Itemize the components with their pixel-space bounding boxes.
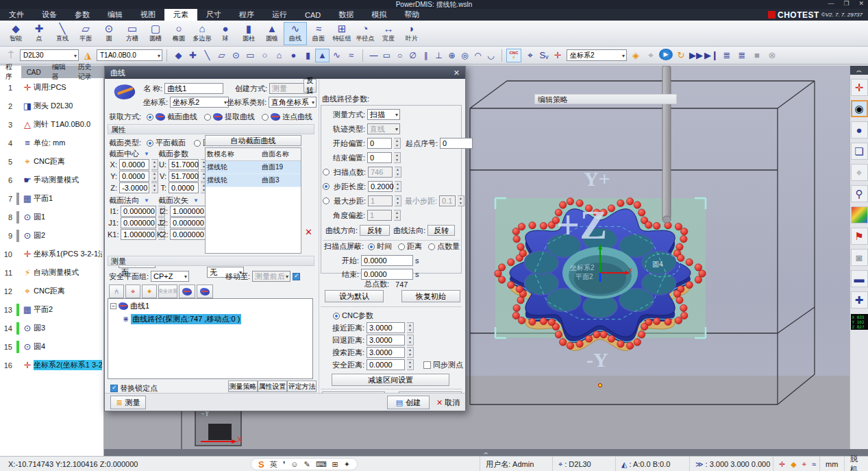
view-tool-icon[interactable]: ◉ [851,100,868,117]
tray-icon[interactable]: ⌨ [316,460,327,469]
panel-tab[interactable]: 程序 [0,66,21,78]
end-offset-input[interactable]: 0 [367,152,392,163]
replace-locked-checkbox[interactable] [110,385,118,392]
field-input[interactable]: 51.7000 [169,171,199,182]
small-element-icon[interactable]: ▲ [315,49,330,62]
tree-row[interactable]: 9 ⊙ 圆2 [0,226,103,245]
tray-icon[interactable]: ❜ [283,460,286,469]
acquire-option[interactable]: 截面曲线 [147,112,197,122]
field-input[interactable]: 0.0000 [119,171,149,182]
tree-row[interactable]: 7 ▦ 平面1 [0,189,103,208]
dimension-icon[interactable]: ∥ [419,49,432,62]
dimension-icon[interactable]: ▭ [380,49,393,62]
dimension-icon[interactable]: ⊕ [445,49,458,62]
tree-row[interactable]: 6 ☛ 手动测量模式 [0,171,103,189]
menu-item[interactable]: 编辑 [99,9,132,21]
menu-item[interactable]: 参数 [66,9,99,21]
dimension-icon[interactable]: ◡ [484,49,497,62]
cs-combo[interactable]: 坐标系2 [170,97,229,108]
dimension-icon[interactable]: ⊥ [432,49,445,62]
element-tool-button[interactable]: ◔ 半径点 [354,22,377,45]
table-row[interactable]: 摆线轮 曲面3 [206,174,301,187]
view-tool-icon[interactable]: ⚲ [851,185,868,202]
tray-icon[interactable]: S [258,459,264,470]
table-header-surface[interactable]: 曲面名称 [260,148,300,160]
cnc-params-radio[interactable] [333,313,340,319]
menu-item[interactable]: 尺寸 [197,9,230,21]
sync-points-checkbox[interactable] [423,361,431,369]
dropdown-triangle-icon[interactable]: ▼ [144,151,149,157]
minimize-button[interactable]: — [828,0,834,7]
view-tool-icon[interactable]: ▬ [851,270,868,287]
path-tree-icon[interactable]: ⑃ [109,285,124,298]
probe-combo[interactable]: D2L30 [20,49,79,61]
element-tool-button[interactable]: ⊞ 特征组 [330,22,354,45]
point-icon[interactable]: ✦ [142,285,157,298]
tray-icon[interactable]: ✎ [303,460,310,469]
field-input[interactable]: 0.000000 [121,217,156,228]
expander-icon[interactable]: − [110,303,116,309]
field-input[interactable]: 0.000000 [170,217,206,228]
run-toolbar-icon[interactable]: ⊗ [765,49,779,62]
small-element-icon[interactable]: ✚ [186,49,200,62]
element-tool-button[interactable]: ↔ 宽度 [377,22,400,45]
maximize-button[interactable]: ❐ [843,0,849,7]
dropdown-triangle-icon[interactable]: ▼ [144,197,149,204]
method-combo[interactable]: 扫描 [367,109,400,120]
curve-normal-reverse-button[interactable]: 反转 [427,225,455,236]
scan-points-input[interactable]: 746 [368,167,393,178]
element-tool-button[interactable]: ◆ 智能 [4,22,27,45]
tree-row[interactable]: 11 ⚡ 自动测量模式 [0,263,103,282]
view-tool-icon[interactable]: ⌖ [851,164,868,181]
close-button[interactable]: ✕ [858,0,864,7]
run-toolbar-icon[interactable]: ■ [750,49,764,62]
run-toolbar-icon[interactable]: ≣ [735,49,749,62]
dialog-tab-button[interactable]: 评定方法 [287,381,317,392]
mask-option[interactable]: 点数量 [428,241,460,252]
small-element-icon[interactable]: ∿ [330,49,344,62]
toolbar-icon[interactable]: ✛ [551,49,565,62]
view-tool-icon[interactable]: ● [851,121,868,138]
tree-root-row[interactable]: − 曲线1 [110,301,310,311]
small-element-icon[interactable]: ● [286,49,301,62]
radio-icon[interactable] [194,140,201,147]
menu-item[interactable]: 元素 [164,9,197,21]
scan-points-radio[interactable] [323,169,330,176]
panel-tab[interactable]: CAD [21,66,47,78]
spinner-icon[interactable] [407,335,414,346]
radio-icon[interactable] [204,114,211,121]
status-icon[interactable]: ≈ [812,460,816,468]
dimension-icon[interactable]: ◎ [458,49,471,62]
curve-icon[interactable] [179,285,195,298]
tree-row[interactable]: 4 ≡ 单位: mm [0,134,103,152]
field-input[interactable]: 0.000000 [121,206,156,217]
status-icon[interactable]: ⌖ [802,460,806,469]
spinner-icon[interactable] [407,359,414,370]
max-step-radio[interactable] [323,197,330,204]
element-tool-button[interactable]: ▢ 圆槽 [144,22,167,45]
auto-section-button[interactable]: 自动截面曲线 [205,135,301,146]
max-step-input[interactable]: 1 [368,195,393,206]
status-icon[interactable]: ◆ [791,460,796,469]
run-toolbar-icon[interactable]: ◈ [629,49,643,62]
ime-tray[interactable]: S英❜☺✎⌨⊞✦ [251,458,358,470]
slow-zone-button[interactable]: 减速区间设置 [332,374,449,386]
panel-tab[interactable]: 编辑器 [47,66,73,78]
field-input[interactable]: 0.0000 [169,182,199,193]
spinner-icon[interactable] [395,195,401,206]
section-type-option[interactable]: 平面截面 [147,138,186,148]
spinner-icon[interactable] [394,210,401,221]
acquire-option[interactable]: 提取曲线 [204,112,255,122]
small-element-icon[interactable]: ▭ [243,49,258,62]
dimension-icon[interactable]: ∅ [406,49,419,62]
run-toolbar-icon[interactable]: ↻ [674,49,688,62]
cnc-field-input[interactable]: 3.0000 [367,322,405,333]
tree-row[interactable]: 8 ⊙ 圆1 [0,208,103,226]
view-tool-icon[interactable]: ✛ [851,79,868,96]
menu-item[interactable]: 帮助 [395,9,428,21]
safety-settings-button[interactable]: 安全设置 [158,285,177,298]
tray-icon[interactable]: 英 [270,459,277,470]
small-element-icon[interactable]: ▮ [301,49,315,62]
element-tool-button[interactable]: ≈ 曲面 [307,22,330,45]
move-to-combo[interactable]: 测量前后 [252,271,290,282]
